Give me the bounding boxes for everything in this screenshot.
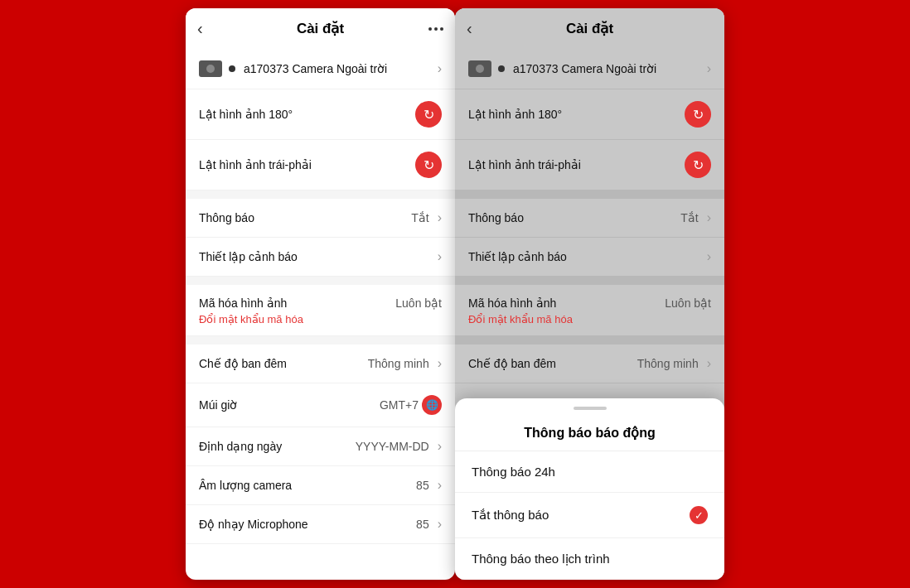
left-fliplr-item[interactable]: Lật hình ảnh trái-phải ↻ (186, 140, 455, 190)
right-bandem-value: Thông minh (637, 357, 699, 370)
right-bandem-item[interactable]: Chế độ ban đêm Thông minh › (455, 345, 724, 383)
sheet-handle (574, 407, 607, 410)
left-camera-chevron: › (438, 61, 442, 76)
sheet-item-tat-label: Tắt thông báo (472, 508, 549, 523)
left-camera-item[interactable]: a170373 Camera Ngoài trời › (186, 49, 455, 89)
sheet-title: Thông báo báo động (455, 422, 724, 451)
left-dinhdang-item[interactable]: Định dạng ngày YYYY-MM-DD › (186, 427, 455, 466)
left-back-button[interactable]: ‹ (197, 19, 203, 38)
right-screen: ‹ Cài đặt a170373 Camera Ngoài trời (455, 8, 724, 580)
right-header-title: Cài đặt (566, 20, 613, 37)
left-bandem-label: Chế độ ban đêm (199, 357, 287, 370)
left-amluong-value: 85 (416, 479, 429, 492)
left-mahoa-top: Mã hóa hình ảnh Luôn bật (186, 285, 455, 313)
left-mahoa-value: Luôn bật (395, 296, 442, 310)
left-thongbao-label: Thông báo (199, 211, 254, 224)
left-mahoa-link[interactable]: Đổi mật khẩu mã hóa (186, 313, 455, 335)
right-canhbao-chevron: › (707, 249, 711, 264)
left-dinhdang-value: YYYY-MM-DD (356, 440, 429, 453)
right-camera-label: a170373 Camera Ngoài trời (513, 62, 656, 75)
right-fliplr-label: Lật hình ảnh trái-phải (468, 158, 581, 171)
left-bandem-item[interactable]: Chế độ ban đêm Thông minh › (186, 345, 455, 383)
left-header-dots[interactable] (428, 27, 443, 31)
left-muigio-icon: 🌐 (422, 395, 442, 415)
camera-rect (199, 60, 222, 77)
left-dinhdang-right: YYYY-MM-DD › (356, 439, 442, 454)
right-camera-thumbnail (468, 60, 505, 77)
right-back-button[interactable]: ‹ (467, 19, 472, 38)
sheet-item-24h[interactable]: Thông báo 24h (455, 451, 724, 493)
right-thongbao-label: Thông báo (468, 211, 524, 224)
left-muigio-right: GMT+7 🌐 (380, 395, 442, 415)
left-camera-label: a170373 Camera Ngoài trời (244, 62, 387, 75)
left-thongbao-item[interactable]: Thông báo Tắt › (186, 199, 455, 238)
left-amluong-label: Âm lượng camera (199, 479, 292, 492)
left-flip180-btn[interactable]: ↻ (415, 101, 442, 128)
left-amluong-item[interactable]: Âm lượng camera 85 › (186, 466, 455, 505)
left-muigio-item[interactable]: Múi giờ GMT+7 🌐 (186, 383, 455, 427)
left-amluong-chevron: › (438, 478, 442, 493)
left-donhay-chevron: › (438, 517, 442, 532)
dot-3 (440, 27, 443, 31)
right-header: ‹ Cài đặt (455, 8, 724, 49)
right-flip180-btn[interactable]: ↻ (685, 101, 711, 128)
right-divider-2 (455, 277, 724, 285)
right-mahoa-block: Mã hóa hình ảnh Luôn bật Đổi mật khẩu mã… (455, 285, 724, 336)
sheet-item-tat-check: ✓ (690, 506, 708, 524)
left-bandem-right: Thông minh › (368, 356, 442, 371)
left-muigio-value: GMT+7 (380, 398, 419, 412)
camera-thumbnail (199, 60, 235, 77)
right-mahoa-link[interactable]: Đổi mật khẩu mã hóa (455, 313, 724, 335)
left-settings-list: a170373 Camera Ngoài trời › Lật hình ảnh… (186, 49, 455, 544)
left-thongbao-chevron: › (438, 210, 442, 225)
right-camera-rect (468, 60, 491, 77)
right-divider-3 (455, 336, 724, 345)
right-camera-left: a170373 Camera Ngoài trời (468, 60, 656, 77)
left-amluong-right: 85 › (416, 478, 442, 493)
right-thongbao-right: Tắt › (680, 210, 711, 225)
right-bandem-chevron: › (707, 356, 711, 371)
sheet-item-24h-label: Thông báo 24h (472, 465, 555, 479)
right-camera-item[interactable]: a170373 Camera Ngoài trời › (455, 49, 724, 89)
left-divider-2 (186, 277, 455, 285)
left-camera-left: a170373 Camera Ngoài trời (199, 60, 387, 77)
left-muigio-label: Múi giờ (199, 398, 237, 412)
left-donhay-label: Độ nhạy Microphone (199, 518, 308, 531)
right-mahoa-label: Mã hóa hình ảnh (468, 296, 556, 310)
right-thongbao-chevron: › (707, 210, 711, 225)
camera-dot (229, 65, 235, 72)
bottom-sheet: Thông báo báo động Thông báo 24h Tắt thô… (455, 398, 724, 580)
right-canhbao-label: Thiết lập cảnh báo (468, 250, 567, 263)
sheet-item-theo-lich-label: Thông báo theo lịch trình (472, 552, 610, 566)
left-mahoa-label: Mã hóa hình ảnh (199, 296, 287, 310)
dot-1 (428, 27, 432, 31)
right-fliplr-btn[interactable]: ↻ (685, 152, 711, 178)
left-bandem-chevron: › (438, 356, 442, 371)
right-flip180-item[interactable]: Lật hình ảnh 180° ↻ (455, 89, 724, 140)
right-settings-list: a170373 Camera Ngoài trời › Lật hình ảnh… (455, 49, 724, 383)
right-camera-chevron: › (707, 61, 711, 76)
left-divider-3 (186, 336, 455, 345)
left-flip180-item[interactable]: Lật hình ảnh 180° ↻ (186, 89, 455, 140)
right-divider-1 (455, 190, 724, 199)
left-flip180-label: Lật hình ảnh 180° (199, 108, 293, 121)
right-fliplr-item[interactable]: Lật hình ảnh trái-phải ↻ (455, 140, 724, 190)
left-canhbao-item[interactable]: Thiết lập cảnh báo › (186, 238, 455, 277)
right-thongbao-value: Tắt (680, 211, 698, 224)
left-thongbao-right: Tắt › (411, 210, 442, 225)
left-donhay-value: 85 (416, 518, 429, 531)
left-donhay-item[interactable]: Độ nhạy Microphone 85 › (186, 505, 455, 544)
right-thongbao-item[interactable]: Thông báo Tắt › (455, 199, 724, 238)
right-canhbao-item[interactable]: Thiết lập cảnh báo › (455, 238, 724, 277)
left-donhay-right: 85 › (416, 517, 442, 532)
left-fliplr-btn[interactable]: ↻ (415, 152, 442, 178)
left-bandem-value: Thông minh (368, 357, 429, 370)
left-fliplr-label: Lật hình ảnh trái-phải (199, 158, 312, 171)
sheet-item-theo-lich[interactable]: Thông báo theo lịch trình (455, 538, 724, 580)
right-camera-lens (476, 65, 484, 73)
right-flip180-label: Lật hình ảnh 180° (468, 108, 562, 121)
left-canhbao-label: Thiết lập cảnh báo (199, 250, 298, 263)
left-dinhdang-chevron: › (438, 439, 442, 454)
sheet-item-tat[interactable]: Tắt thông báo ✓ (455, 493, 724, 538)
left-screen: ‹ Cài đặt a170373 Camera Ngoài tr (186, 8, 455, 580)
